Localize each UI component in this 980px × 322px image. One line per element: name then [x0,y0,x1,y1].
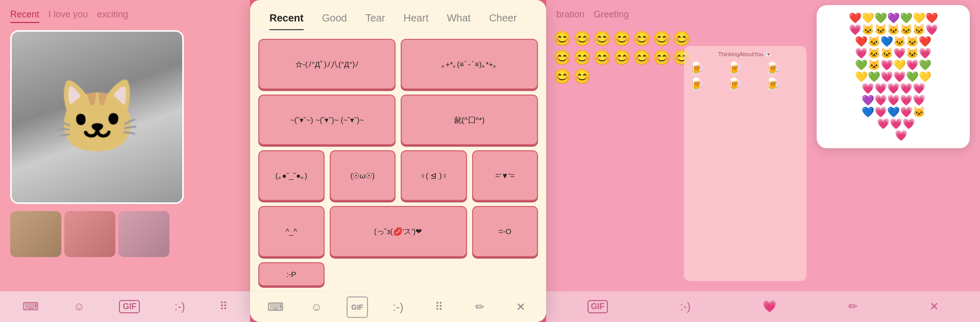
sticker-11[interactable]: 😊 [613,49,631,66]
emoji-btn-1[interactable]: ☆-(ﾉ°Дﾟ)ﾉ八(°Д°)ﾉ [258,39,396,89]
tab-bration-right[interactable]: bration [556,9,584,20]
close-icon-right[interactable]: ✕ [929,300,939,313]
tab-exciting-left[interactable]: exciting [97,9,128,23]
emoticon-icon-left[interactable]: :-) [175,300,185,313]
sticker-2[interactable]: 😊 [573,30,591,47]
grid-icon-left[interactable]: ⠿ [219,300,228,313]
emoji-btn-9[interactable]: ^_^ [258,206,325,257]
grid-icon-center[interactable]: ⠿ [428,296,450,318]
thumb-2[interactable] [64,211,115,257]
center-tab-bar: Recent Good Tear Heart What Cheer [250,0,546,31]
tab-cheer-center[interactable]: Cheer [480,8,526,30]
emoji-btn-3[interactable]: ~(˘▾˘~) ~(˘▾˘)~ (~˘▾˘)~ [258,95,396,145]
close-icon-center[interactable]: ✕ [510,296,531,318]
gif-icon-center[interactable]: GIF [347,296,368,318]
sticker-3[interactable]: 😊 [593,30,611,47]
emoji-icon-center[interactable]: ☺ [306,296,327,318]
emoji-btn-2[interactable]: ｡+*｡(≡ˋ-ˊ≡)｡*+｡ [401,39,538,89]
right-panel: bration Greeting 😊 😊 😊 😊 😊 😊 😊 😊 😊 😊 😊 😊… [546,0,980,322]
sticker-15[interactable]: 😊 [553,68,571,85]
tab-greeting-right[interactable]: Greeting [594,9,629,20]
emoji-btn-7[interactable]: ♀( ⊴ )♀ [401,150,467,201]
thumb-3[interactable] [118,211,169,257]
sticker-5[interactable]: 😊 [633,30,651,47]
pencil-icon-center[interactable]: ✏ [469,296,491,318]
emoticon-icon-right[interactable]: :-) [680,300,691,313]
keyboard-icon-left[interactable]: ⌨ [22,300,39,313]
emoji-btn-10[interactable]: (っ˘з(💋'ス')❤ [330,206,467,257]
thumbnail-row [0,211,250,257]
gif-container: GIF 🐱 [10,30,184,204]
emoticon-icon-center[interactable]: :-) [387,296,409,318]
sticker-9[interactable]: 😊 [573,49,591,66]
thumb-1[interactable] [10,211,61,257]
tab-what-center[interactable]: What [437,8,480,30]
sticker-10[interactable]: 😊 [593,49,611,66]
emoji-btn-11[interactable]: =-O [472,206,538,257]
cheer-sticker-panel: ThinkingAboutYou 💌 🍺 🍺 🍺 🍺 🍺 🍺 [684,46,806,281]
tab-recent-center[interactable]: Recent [260,8,313,30]
emoji-btn-12[interactable]: :-P [258,262,325,287]
pencil-icon-right[interactable]: ✏ [848,300,857,313]
right-bottom-bar: GIF :-) 💗 ✏ ✕ [546,291,980,322]
center-panel: Recent Good Tear Heart What Cheer ☆-(ﾉ°Д… [250,0,546,322]
cheer-label: ThinkingAboutYou 💌 [689,51,801,58]
sticker-8[interactable]: 😊 [553,49,571,66]
emoji-btn-6[interactable]: (☉ω☉) [330,150,396,201]
tab-recent-left[interactable]: Recent [10,9,39,23]
sticker-16[interactable]: 😊 [573,68,591,85]
tab-tear-center[interactable]: Tear [356,8,395,30]
heart-emoji-art: ❤️💛💚💜💚💛❤️ 💗🐱🐱🐱🐱🐱💗 ❤️🐱💙🐱🐱❤️ 💗🐱🐱💗🐱💗 💚🐱💗💛💗💚… [849,12,938,142]
emoji-btn-4[interactable]: 龀(^囗^*) [401,95,538,145]
cat-gif-image: 🐱 [12,32,182,202]
emoji-button-grid: ☆-(ﾉ°Дﾟ)ﾉ八(°Д°)ﾉ ｡+*｡(≡ˋ-ˊ≡)｡*+｡ ~(˘▾˘~)… [250,31,546,291]
cat-emoji: 🐱 [53,75,142,159]
left-bottom-bar: ⌨ ☺ GIF :-) ⠿ [0,291,250,322]
gif-icon-left[interactable]: GIF [119,300,140,313]
sticker-12[interactable]: 😊 [633,49,651,66]
sticker-6[interactable]: 😊 [653,30,671,47]
heart-image-panel: ❤️💛💚💜💚💛❤️ 💗🐱🐱🐱🐱🐱💗 ❤️🐱💙🐱🐱❤️ 💗🐱🐱💗🐱💗 💚🐱💗💛💗💚… [817,5,970,148]
left-tab-bar: Recent I love you exciting [0,0,250,23]
tab-heart-center[interactable]: Heart [395,8,438,30]
center-bottom-bar: ⌨ ☺ GIF :-) ⠿ ✏ ✕ [250,291,546,322]
keyboard-icon-center[interactable]: ⌨ [265,296,286,318]
emoji-btn-5[interactable]: (｡●˘_˘●｡) [258,150,325,201]
tab-iloveyou-left[interactable]: I love you [48,9,88,23]
sticker-7[interactable]: 😊 [673,30,691,47]
heart-icon-right[interactable]: 💗 [763,300,776,313]
heart-grid-container: ❤️💛💚💜💚💛❤️ 💗🐱🐱🐱🐱🐱💗 ❤️🐱💙🐱🐱❤️ 💗🐱🐱💗🐱💗 💚🐱💗💛💗💚… [844,7,943,147]
left-panel: Recent I love you exciting GIF 🐱 ⌨ ☺ GIF… [0,0,250,322]
sticker-1[interactable]: 😊 [553,30,571,47]
gif-icon-right[interactable]: GIF [587,300,608,313]
emoji-btn-8[interactable]: ='▼'= [472,150,538,201]
sticker-13[interactable]: 😊 [653,49,671,66]
tab-good-center[interactable]: Good [313,8,356,30]
sticker-4[interactable]: 😊 [613,30,631,47]
emoji-icon-left[interactable]: ☺ [73,300,84,313]
cheer-grid: 🍺 🍺 🍺 🍺 🍺 🍺 [689,61,801,91]
